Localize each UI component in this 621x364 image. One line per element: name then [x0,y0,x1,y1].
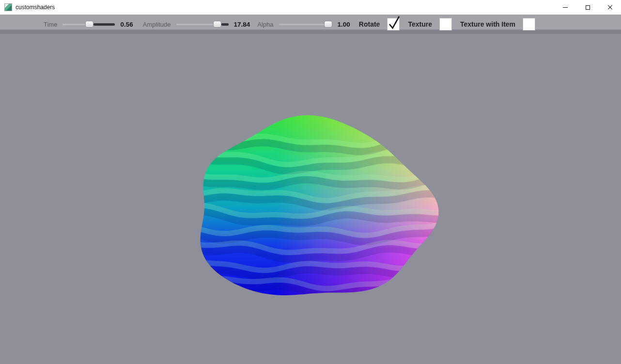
slider-track-fill [221,23,229,26]
texture-with-item-checkbox[interactable] [523,18,535,30]
texture-group: Texture [408,18,452,30]
alpha-slider-handle[interactable] [324,21,332,28]
amplitude-slider-group: Amplitude 17.84 [143,20,250,28]
amplitude-label: Amplitude [143,21,171,28]
check-icon [387,15,401,30]
slider-track-fill [93,23,115,26]
time-slider-handle[interactable] [85,21,93,28]
texture-with-item-group: Texture with Item [460,18,535,30]
time-slider[interactable] [62,20,115,28]
rotate-checkbox[interactable] [387,18,400,30]
close-button[interactable] [599,0,621,15]
texture-with-item-label: Texture with Item [460,20,515,28]
alpha-label: Alpha [257,21,273,28]
rotate-group: Rotate [359,18,400,30]
minimize-icon [563,7,568,8]
app-window: customshaders Time 0.56 Amplitude 17.84 [0,0,621,364]
minimize-button[interactable] [554,0,576,15]
window-title: customshaders [16,4,55,11]
time-label: Time [44,21,57,28]
alpha-slider[interactable] [279,20,332,28]
window-controls [554,0,621,15]
amplitude-slider[interactable] [176,20,229,28]
scene-viewport[interactable] [0,34,621,364]
close-icon [607,4,613,10]
titlebar: customshaders [0,0,621,15]
time-value: 0.56 [120,21,133,28]
alpha-slider-group: Alpha 1.00 [257,20,350,28]
time-slider-group: Time 0.56 [44,20,133,28]
texture-label: Texture [408,20,432,28]
rotate-label: Rotate [359,20,380,28]
app-icon [4,3,12,11]
amplitude-value: 17.84 [234,21,250,28]
texture-checkbox[interactable] [439,18,452,30]
toolbar: Time 0.56 Amplitude 17.84 Alpha [0,15,621,34]
maximize-button[interactable] [576,0,599,15]
maximize-icon [586,5,590,10]
amplitude-slider-handle[interactable] [213,21,221,28]
alpha-value: 1.00 [338,21,350,28]
scene-svg [0,34,621,364]
